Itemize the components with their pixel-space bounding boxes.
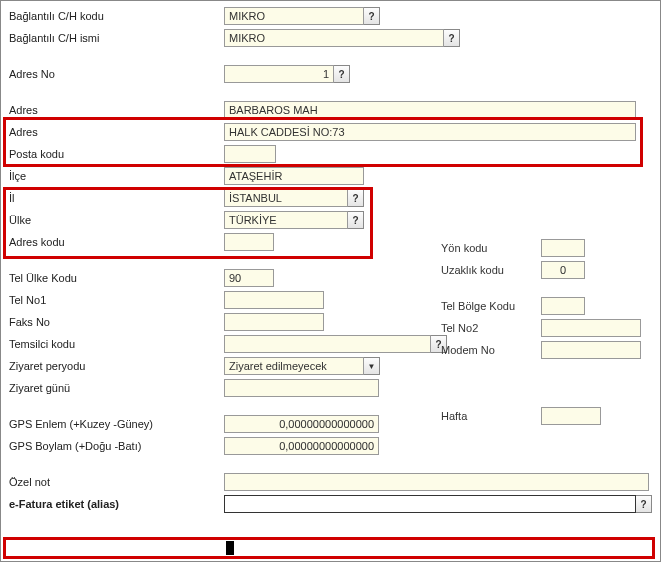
right-column: Yön kodu Uzaklık kodu (441, 237, 651, 281)
input-tel-ulke[interactable] (224, 269, 274, 287)
input-efatura[interactable] (224, 495, 636, 513)
input-adres1[interactable] (224, 101, 636, 119)
text-cursor (226, 541, 234, 555)
label-ziyaret-peryodu: Ziyaret peryodu (9, 360, 224, 372)
row-ulke: Ülke ? (9, 209, 658, 231)
row-tel-no2: Tel No2 (441, 317, 651, 339)
row-uzaklik-kodu: Uzaklık kodu (441, 259, 651, 281)
right-column-2: Tel Bölge Kodu Tel No2 Modem No (441, 295, 651, 361)
right-column-3: Hafta (441, 405, 651, 427)
input-adres2[interactable] (224, 123, 636, 141)
input-tel-no1[interactable] (224, 291, 324, 309)
label-ziyaret-gunu: Ziyaret günü (9, 382, 224, 394)
label-posta-kodu: Posta kodu (9, 148, 224, 160)
input-adres-kodu[interactable] (224, 233, 274, 251)
label-il: İl (9, 192, 224, 204)
label-adres-no: Adres No (9, 68, 224, 80)
label-ozel-not: Özel not (9, 476, 224, 488)
highlight-box-efatura (3, 537, 655, 559)
label-temsilci: Temsilci kodu (9, 338, 224, 350)
chevron-down-icon[interactable]: ▼ (364, 357, 380, 375)
input-ulke[interactable] (224, 211, 348, 229)
row-ilce: İlçe (9, 165, 658, 187)
label-uzaklik-kodu: Uzaklık kodu (441, 264, 541, 276)
input-posta-kodu[interactable] (224, 145, 276, 163)
input-faks-no[interactable] (224, 313, 324, 331)
label-bagli-ch-kodu: Bağlantılı C/H kodu (9, 10, 224, 22)
row-ziyaret-gunu: Ziyaret günü (9, 377, 658, 399)
row-gps-boylam: GPS Boylam (+Doğu -Batı) (9, 435, 658, 457)
label-tel-no2: Tel No2 (441, 322, 541, 334)
label-adres1: Adres (9, 104, 224, 116)
label-tel-no1: Tel No1 (9, 294, 224, 306)
input-bagli-ch-kodu[interactable] (224, 7, 364, 25)
label-adres-kodu: Adres kodu (9, 236, 224, 248)
input-il[interactable] (224, 189, 348, 207)
row-yon-kodu: Yön kodu (441, 237, 651, 259)
help-icon[interactable]: ? (348, 211, 364, 229)
row-bagli-ch-kodu: Bağlantılı C/H kodu ? (9, 5, 658, 27)
help-icon[interactable]: ? (334, 65, 350, 83)
row-posta-kodu: Posta kodu (9, 143, 658, 165)
input-tel-no2[interactable] (541, 319, 641, 337)
row-tel-bolge: Tel Bölge Kodu (441, 295, 651, 317)
row-adres-no: Adres No ? (9, 63, 658, 85)
input-modem-no[interactable] (541, 341, 641, 359)
input-ozel-not[interactable] (224, 473, 649, 491)
row-il: İl ? (9, 187, 658, 209)
input-ziyaret-gunu[interactable] (224, 379, 379, 397)
input-ziyaret-peryodu[interactable] (224, 357, 364, 375)
row-adres1: Adres (9, 99, 658, 121)
label-faks-no: Faks No (9, 316, 224, 328)
label-yon-kodu: Yön kodu (441, 242, 541, 254)
input-gps-enlem[interactable] (224, 415, 379, 433)
label-modem-no: Modem No (441, 344, 541, 356)
input-adres-no[interactable] (224, 65, 334, 83)
label-ilce: İlçe (9, 170, 224, 182)
row-bagli-ch-ismi: Bağlantılı C/H ismi ? (9, 27, 658, 49)
label-gps-boylam: GPS Boylam (+Doğu -Batı) (9, 440, 224, 452)
label-efatura: e-Fatura etiket (alias) (9, 498, 224, 510)
input-gps-boylam[interactable] (224, 437, 379, 455)
help-icon[interactable]: ? (444, 29, 460, 47)
label-adres2: Adres (9, 126, 224, 138)
label-bagli-ch-ismi: Bağlantılı C/H ismi (9, 32, 224, 44)
row-modem-no: Modem No (441, 339, 651, 361)
row-adres2: Adres (9, 121, 658, 143)
label-gps-enlem: GPS Enlem (+Kuzey -Güney) (9, 418, 224, 430)
input-hafta[interactable] (541, 407, 601, 425)
help-icon[interactable]: ? (348, 189, 364, 207)
input-bagli-ch-ismi[interactable] (224, 29, 444, 47)
input-uzaklik-kodu[interactable] (541, 261, 585, 279)
label-tel-bolge: Tel Bölge Kodu (441, 300, 541, 312)
input-tel-bolge[interactable] (541, 297, 585, 315)
label-ulke: Ülke (9, 214, 224, 226)
help-icon[interactable]: ? (636, 495, 652, 513)
row-ozel-not: Özel not (9, 471, 658, 493)
input-temsilci[interactable] (224, 335, 431, 353)
help-icon[interactable]: ? (364, 7, 380, 25)
input-ilce[interactable] (224, 167, 364, 185)
row-hafta: Hafta (441, 405, 651, 427)
row-efatura: e-Fatura etiket (alias) ? (9, 493, 658, 515)
label-hafta: Hafta (441, 410, 541, 422)
label-tel-ulke: Tel Ülke Kodu (9, 272, 224, 284)
input-yon-kodu[interactable] (541, 239, 585, 257)
